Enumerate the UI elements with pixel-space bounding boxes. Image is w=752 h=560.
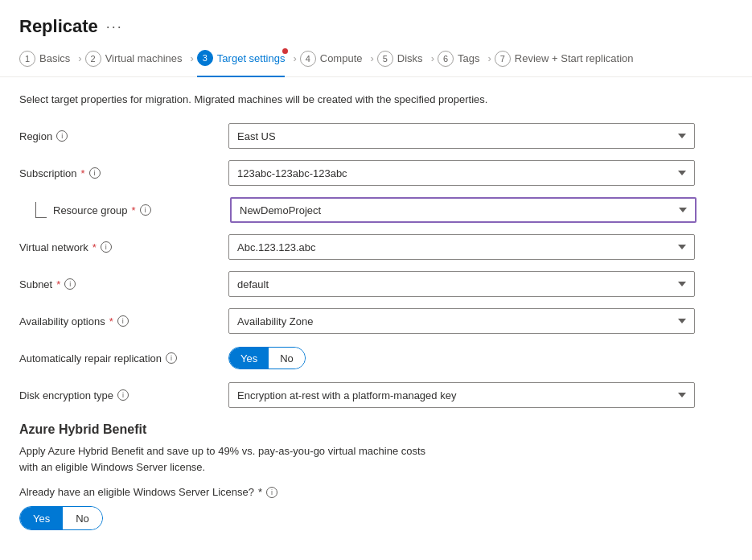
subnet-row: Subnet * i default [19, 271, 733, 297]
step-label-target: Target settings [217, 52, 286, 64]
auto-repair-row: Automatically repair replication i Yes N… [19, 345, 733, 371]
region-control: East US [228, 123, 695, 149]
step-num-basics: 1 [19, 51, 35, 67]
step-num-tags: 6 [438, 51, 454, 67]
already-label-text: Already have an eligible Windows Server … [19, 486, 254, 498]
step-num-disks: 5 [377, 51, 393, 67]
region-row: Region i East US [19, 123, 733, 149]
availability-options-row: Availability options * i Availability Zo… [19, 308, 733, 334]
auto-repair-no[interactable]: No [269, 348, 305, 369]
step-review[interactable]: 7 Review + Start replication [495, 51, 634, 76]
step-basics[interactable]: 1 Basics [19, 51, 70, 76]
disk-encryption-control: Encryption at-rest with a platform-manag… [228, 382, 695, 408]
resource-group-row: Resource group * i NewDemoProject [19, 197, 733, 223]
availability-options-label: Availability options * i [19, 315, 228, 327]
hybrid-benefit-description: Apply Azure Hybrid Benefit and save up t… [19, 443, 733, 475]
vnet-required: * [92, 241, 97, 253]
step-disks[interactable]: 5 Disks [377, 51, 423, 76]
vnet-info-icon[interactable]: i [101, 241, 112, 253]
virtual-network-row: Virtual network * i Abc.123.123.abc [19, 234, 733, 260]
step-label-vm: Virtual machines [105, 52, 183, 64]
wizard-steps: 1 Basics › 2 Virtual machines › 3 Target… [0, 37, 752, 77]
virtual-network-control: Abc.123.123.abc [228, 234, 695, 260]
page-header: Replicate ··· [0, 0, 752, 37]
resource-group-control: NewDemoProject [230, 197, 697, 223]
virtual-network-dropdown[interactable]: Abc.123.123.abc [228, 234, 695, 260]
form-description: Select target properties for migration. … [19, 93, 733, 105]
subscription-row: Subscription * i 123abc-123abc-123abc [19, 160, 733, 186]
subnet-control: default [228, 271, 695, 297]
disk-encryption-row: Disk encryption type i Encryption at-res… [19, 382, 733, 408]
step-tags[interactable]: 6 Tags [438, 51, 479, 76]
indent-connector [35, 202, 47, 218]
step-label-disks: Disks [397, 52, 423, 64]
region-dropdown[interactable]: East US [228, 123, 695, 149]
subscription-dropdown[interactable]: 123abc-123abc-123abc [228, 160, 695, 186]
step-sep-4: › [371, 52, 374, 74]
step-num-compute: 4 [300, 51, 316, 67]
disk-encryption-dropdown[interactable]: Encryption at-rest with a platform-manag… [228, 382, 695, 408]
step-sep-6: › [487, 52, 491, 74]
hybrid-benefit-title: Azure Hybrid Benefit [19, 422, 733, 437]
subscription-control: 123abc-123abc-123abc [228, 160, 695, 186]
hybrid-benefit-toggle-container: Yes No [19, 506, 733, 530]
rg-required: * [132, 204, 136, 216]
step-num-target: 3 [197, 50, 213, 66]
step-label-review: Review + Start replication [515, 52, 634, 64]
step-sep-3: › [293, 52, 296, 74]
already-label-row: Already have an eligible Windows Server … [19, 486, 733, 498]
step-target-settings[interactable]: 3 Target settings [197, 50, 286, 77]
already-required: * [258, 486, 262, 498]
step-dot-target [282, 48, 288, 54]
region-info-icon[interactable]: i [56, 130, 68, 142]
step-label-compute: Compute [320, 52, 363, 64]
step-label-tags: Tags [458, 52, 479, 64]
step-sep-1: › [78, 52, 81, 74]
step-num-vm: 2 [85, 51, 101, 67]
step-num-review: 7 [495, 51, 511, 67]
disk-encryption-label: Disk encryption type i [19, 389, 228, 401]
step-compute[interactable]: 4 Compute [300, 51, 363, 76]
already-info-icon[interactable]: i [266, 487, 277, 498]
subnet-label: Subnet * i [19, 278, 228, 290]
subnet-dropdown[interactable]: default [228, 271, 695, 297]
availability-options-control: Availability Zone [228, 308, 695, 334]
form-area: Select target properties for migration. … [0, 77, 752, 546]
step-label-basics: Basics [39, 52, 70, 64]
virtual-network-label: Virtual network * i [19, 241, 228, 253]
auto-repair-info-icon[interactable]: i [166, 352, 177, 364]
subnet-info-icon[interactable]: i [64, 278, 76, 290]
hybrid-benefit-section: Azure Hybrid Benefit Apply Azure Hybrid … [19, 422, 733, 530]
step-sep-5: › [431, 52, 434, 74]
avail-required: * [109, 315, 113, 327]
subscription-required: * [81, 167, 85, 179]
resource-group-label: Resource group * i [53, 204, 230, 216]
region-label: Region i [19, 130, 228, 142]
auto-repair-toggle-container: Yes No [228, 347, 695, 369]
step-sep-2: › [191, 52, 194, 74]
hybrid-benefit-toggle[interactable]: Yes No [19, 506, 103, 530]
step-virtual-machines[interactable]: 2 Virtual machines [85, 51, 183, 76]
subscription-info-icon[interactable]: i [89, 167, 101, 179]
auto-repair-label: Automatically repair replication i [19, 352, 228, 364]
hybrid-yes[interactable]: Yes [20, 507, 63, 529]
disk-encryption-info-icon[interactable]: i [117, 389, 129, 401]
resource-group-dropdown[interactable]: NewDemoProject [230, 197, 697, 223]
availability-options-dropdown[interactable]: Availability Zone [228, 308, 695, 334]
subscription-label: Subscription * i [19, 167, 228, 179]
subnet-required: * [56, 278, 60, 290]
rg-info-icon[interactable]: i [140, 204, 151, 216]
auto-repair-yes[interactable]: Yes [229, 348, 269, 369]
page-title: Replicate [19, 16, 98, 37]
avail-info-icon[interactable]: i [117, 315, 129, 327]
hybrid-no[interactable]: No [63, 507, 102, 529]
more-options-icon[interactable]: ··· [106, 19, 123, 35]
auto-repair-toggle[interactable]: Yes No [228, 347, 306, 369]
